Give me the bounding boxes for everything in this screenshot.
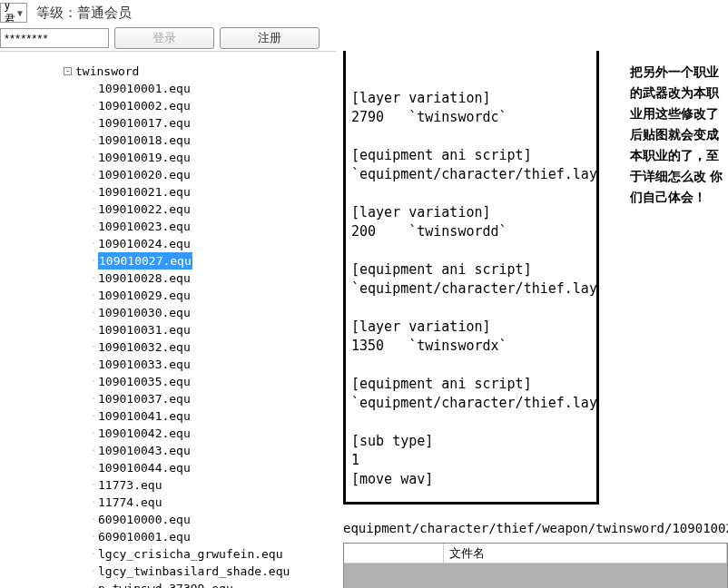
- password-field[interactable]: ********: [0, 28, 109, 48]
- tree-file-label: 109010027.equ: [98, 252, 192, 270]
- tree-branch-icon: ·: [91, 149, 96, 166]
- code-line: [equipment ani script]: [351, 260, 591, 279]
- tree-file-label: 109010024.equ: [98, 235, 191, 252]
- tree-folder[interactable]: - twinsword: [0, 63, 336, 80]
- tree-file[interactable]: ·109010042.equ: [0, 425, 336, 442]
- tree-file[interactable]: ·109010031.equ: [0, 321, 336, 338]
- tree-file[interactable]: ·lgcy_crisicha_grwufein.equ: [0, 545, 336, 563]
- tree-branch-icon: ·: [91, 563, 96, 580]
- tree-file-label: 109010044.equ: [98, 459, 191, 476]
- code-line: [equipment ani script]: [351, 146, 591, 165]
- tree-file-label: 109010023.equ: [98, 218, 191, 235]
- tree-file-label: 11773.equ: [98, 476, 162, 494]
- tree-branch-icon: ·: [91, 580, 96, 588]
- tree-file[interactable]: ·11773.equ: [0, 476, 336, 494]
- file-table-body: [344, 564, 727, 588]
- path-display: equipment/character/thief/weapon/twinswo…: [343, 521, 728, 535]
- tree-file[interactable]: ·109010018.equ: [0, 132, 336, 149]
- tree-file-label: 109010032.equ: [98, 338, 191, 356]
- tree-file[interactable]: ·109010029.equ: [0, 287, 336, 304]
- tree-branch-icon: ·: [91, 390, 96, 407]
- tree-file[interactable]: ·n_twinswd_37399.equ: [0, 580, 336, 588]
- tree-branch-icon: ·: [91, 338, 96, 356]
- tree-file[interactable]: ·109010019.equ: [0, 149, 336, 166]
- code-line: 200 `twinswordd`: [351, 222, 591, 241]
- tree-file-label: 109010001.equ: [98, 80, 191, 97]
- login-button[interactable]: 登录: [114, 27, 214, 49]
- tree-branch-icon: ·: [91, 132, 96, 149]
- tree-file[interactable]: ·109010043.equ: [0, 442, 336, 459]
- register-button[interactable]: 注册: [220, 27, 320, 49]
- file-tree[interactable]: - twinsword ·109010001.equ·109010002.equ…: [0, 51, 336, 588]
- tree-file-label: 109010020.equ: [98, 166, 191, 183]
- tree-file-label: 109010042.equ: [98, 425, 191, 442]
- tree-file-label: lgcy_twinbasilard_shade.equ: [98, 563, 290, 580]
- tree-file[interactable]: ·109010030.equ: [0, 304, 336, 321]
- collapse-icon[interactable]: -: [64, 67, 72, 75]
- tree-file-label: 109010019.equ: [98, 149, 191, 166]
- tree-file[interactable]: ·109010002.equ: [0, 97, 336, 114]
- tree-file-label: 109010041.equ: [98, 407, 191, 425]
- tree-file[interactable]: ·109010028.equ: [0, 270, 336, 287]
- tree-file[interactable]: ·109010022.equ: [0, 201, 336, 218]
- tree-branch-icon: ·: [91, 476, 96, 494]
- tree-file-label: 109010021.equ: [98, 183, 191, 201]
- tree-file[interactable]: ·109010035.equ: [0, 373, 336, 390]
- tree-file-label: 109010030.equ: [98, 304, 191, 321]
- tree-file[interactable]: ·109010027.equ: [0, 252, 336, 270]
- tree-file[interactable]: ·109010020.equ: [0, 166, 336, 183]
- tree-file[interactable]: ·109010001.equ: [0, 80, 336, 97]
- tree-branch-icon: ·: [91, 304, 96, 321]
- password-mask: ********: [5, 32, 48, 45]
- tree-file[interactable]: ·lgcy_twinbasilard_shade.equ: [0, 563, 336, 580]
- tree-branch-icon: ·: [91, 287, 96, 304]
- code-line: [layer variation]: [351, 318, 591, 337]
- tree-branch-icon: ·: [91, 270, 96, 287]
- tree-file[interactable]: ·609010000.equ: [0, 511, 336, 528]
- code-line: `equipment/character/thief.lay`: [351, 279, 591, 299]
- file-table-col-1[interactable]: [344, 544, 444, 563]
- tree-file[interactable]: ·609010001.equ: [0, 528, 336, 545]
- code-line: 1: [351, 451, 591, 470]
- tree-file-label: 109010043.equ: [98, 442, 191, 459]
- code-line: [351, 299, 591, 318]
- tree-file[interactable]: ·109010017.equ: [0, 114, 336, 132]
- tree-branch-icon: ·: [91, 442, 96, 459]
- tree-file-label: 109010017.equ: [98, 114, 191, 132]
- side-note: 把另外一个职业的武器改为本职业用这些修改了后贴图就会变成本职业的了，至于详细怎么…: [630, 62, 728, 208]
- tree-file[interactable]: ·109010024.equ: [0, 235, 336, 252]
- tree-branch-icon: ·: [91, 407, 96, 425]
- code-viewer: [layer variation]2790 `twinswordc` [equi…: [343, 51, 599, 505]
- tree-branch-icon: ·: [91, 321, 96, 338]
- tree-file[interactable]: ·109010037.equ: [0, 390, 336, 407]
- user-combo[interactable]: y君 ▼: [0, 3, 27, 23]
- file-table[interactable]: 文件名: [343, 543, 728, 588]
- tree-file-label: lgcy_crisicha_grwufein.equ: [98, 545, 283, 563]
- level-label: 等级：普通会员: [36, 5, 132, 22]
- tree-file[interactable]: ·11774.equ: [0, 494, 336, 511]
- tree-file[interactable]: ·109010044.equ: [0, 459, 336, 476]
- code-line: [equipment ani script]: [351, 375, 591, 394]
- tree-branch-icon: ·: [91, 114, 96, 132]
- file-table-col-filename[interactable]: 文件名: [444, 544, 727, 563]
- tree-file-label: 109010028.equ: [98, 270, 191, 287]
- tree-branch-icon: ·: [91, 528, 96, 545]
- tree-file[interactable]: ·109010032.equ: [0, 338, 336, 356]
- tree-file-label: 109010031.equ: [98, 321, 191, 338]
- code-line: [351, 413, 591, 432]
- tree-file[interactable]: ·109010021.equ: [0, 183, 336, 201]
- code-line: [351, 127, 591, 146]
- tree-file[interactable]: ·109010041.equ: [0, 407, 336, 425]
- code-line: 1350 `twinswordx`: [351, 337, 591, 356]
- tree-file-label: 11774.equ: [98, 494, 162, 511]
- file-table-header: 文件名: [344, 544, 727, 564]
- tree-file-label: n_twinswd_37399.equ: [98, 580, 233, 588]
- tree-branch-icon: ·: [91, 252, 96, 270]
- tree-branch-icon: ·: [91, 80, 96, 97]
- tree-file-label: 109010002.equ: [98, 97, 191, 114]
- tree-file-label: 109010018.equ: [98, 132, 191, 149]
- tree-branch-icon: ·: [91, 166, 96, 183]
- tree-file[interactable]: ·109010033.equ: [0, 356, 336, 373]
- tree-branch-icon: ·: [91, 183, 96, 201]
- tree-file[interactable]: ·109010023.equ: [0, 218, 336, 235]
